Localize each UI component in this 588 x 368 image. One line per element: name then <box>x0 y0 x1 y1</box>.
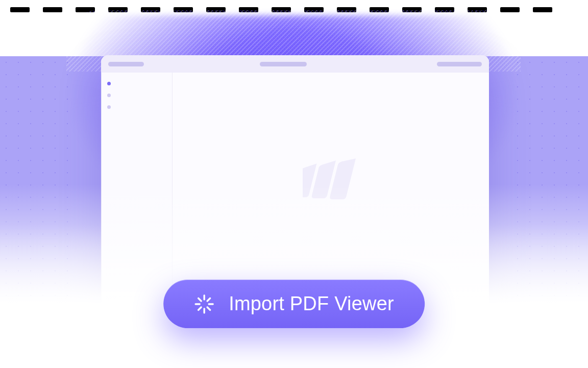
window-sidebar <box>101 73 173 311</box>
hero-stage: Import PDF Viewer <box>0 0 588 368</box>
titlebar-placeholder-center <box>260 62 307 66</box>
sidebar-bullet <box>107 94 111 97</box>
svg-line-5 <box>207 307 210 310</box>
dot-grid-right <box>511 56 588 312</box>
titlebar-placeholder-left <box>108 62 144 66</box>
svg-line-7 <box>207 298 210 301</box>
sidebar-bullet <box>107 105 111 109</box>
sidebar-bullets <box>107 81 111 303</box>
svg-line-6 <box>199 307 202 310</box>
dot-grid-left <box>0 56 71 312</box>
svg-line-4 <box>199 298 202 301</box>
window-body <box>101 73 489 311</box>
window-titlebar <box>101 55 489 73</box>
import-button-label: Import PDF Viewer <box>229 293 394 315</box>
titlebar-placeholder-right <box>437 62 482 66</box>
brand-logo-icon <box>303 158 359 201</box>
window-canvas <box>173 73 489 311</box>
sidebar-bullet <box>107 82 111 85</box>
import-pdf-viewer-button[interactable]: Import PDF Viewer <box>163 280 425 328</box>
app-window-mock <box>101 55 489 311</box>
spinner-icon <box>194 294 214 314</box>
